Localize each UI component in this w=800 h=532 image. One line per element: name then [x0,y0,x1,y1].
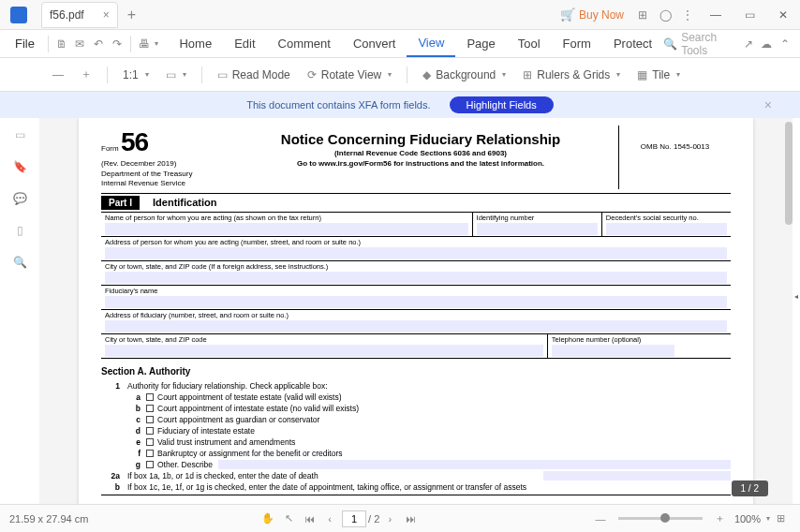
tile-button[interactable]: ▦Tile▾ [631,62,686,88]
idnum-label: Identifying number [477,214,598,222]
idnum-input[interactable] [477,223,598,235]
buy-now-link[interactable]: 🛒 Buy Now [560,7,624,22]
document-viewport[interactable]: Form 56 (Rev. December 2019) Department … [39,118,793,504]
zoom-out-button[interactable]: — [47,62,69,88]
cloud-icon[interactable]: ☁ [758,33,777,55]
scrollbar-thumb[interactable] [785,122,793,225]
new-tab-button[interactable]: + [124,7,140,23]
mail-icon[interactable]: ✉ [71,33,90,55]
city-label: City or town, state, and ZIP code (If a … [105,262,727,271]
checkbox-1a[interactable] [146,393,154,401]
rulers-grids-button[interactable]: ⊞Rulers & Grids▾ [517,62,626,88]
menu-page[interactable]: Page [455,31,506,57]
address-input[interactable] [105,247,727,259]
zoom-percent: 100% [734,513,761,525]
collapse-icon[interactable]: ⌃ [776,33,794,55]
first-page-icon[interactable]: ⏮ [299,509,319,529]
print-icon[interactable]: 🖶 [135,33,154,55]
menu-form[interactable]: Form [552,31,602,57]
menu-convert[interactable]: Convert [342,31,407,57]
ssn-input[interactable] [606,223,727,235]
tile-icon: ▦ [637,68,647,81]
user-icon[interactable]: ◯ [654,4,676,26]
checkbox-1b[interactable] [146,405,154,412]
file-menu[interactable]: File [6,37,44,51]
phone-input[interactable] [552,345,674,357]
form-label: Form [101,144,119,153]
checkbox-1c[interactable] [146,416,154,423]
xfa-close-icon[interactable]: × [764,97,772,112]
status-bar: 21.59 x 27.94 cm ✋ ↖ ⏮ ‹ / 2 › ⏭ — ＋ 100… [0,504,800,532]
redo-icon[interactable]: ↷ [108,33,126,55]
checkbox-1g[interactable] [146,461,154,468]
ssn-label: Decedent's social security no. [606,214,727,222]
date-of-death-input[interactable] [543,471,731,480]
menu-view[interactable]: View [407,31,455,57]
zoom-slider-thumb[interactable] [660,513,670,523]
identification-heading: Identification [153,197,216,208]
share-icon[interactable]: ↗ [739,33,758,55]
name-label: Name of person for whom you are acting (… [105,214,468,222]
fid-city-input[interactable] [105,345,543,357]
phone-label: Telephone number (optional) [552,335,727,344]
fit-page-icon[interactable]: ⊞ [770,509,791,529]
zoom-in-button[interactable]: ＋ [75,62,97,88]
zoom-slider[interactable] [618,517,703,520]
fid-addr-input[interactable] [105,320,727,332]
menu-comment[interactable]: Comment [267,31,342,57]
select-tool-icon[interactable]: ↖ [278,509,299,529]
checkbox-1f[interactable] [146,450,154,457]
menu-tool[interactable]: Tool [507,31,552,57]
sidebar: ▭ 🔖 💬 ▯ 🔍 [0,118,39,504]
dept-treasury: Department of the Treasury [101,170,192,178]
fid-city-label: City or town, state, and ZIP code [105,335,543,344]
kebab-menu-icon[interactable]: ⋮ [676,4,699,26]
menu-home[interactable]: Home [168,31,223,57]
hand-tool-icon[interactable]: ✋ [258,509,278,529]
prev-page-icon[interactable]: ‹ [319,509,340,529]
save-icon[interactable]: 🗎 [52,33,71,55]
close-window-button[interactable]: ✕ [766,0,800,30]
menu-protect[interactable]: Protect [602,31,663,57]
gift-icon[interactable]: ⊞ [631,4,654,26]
fid-addr-label: Address of fiduciary (number, street, an… [105,311,727,319]
search-panel-icon[interactable]: 🔍 [10,253,29,272]
last-page-icon[interactable]: ⏭ [400,509,421,529]
checkbox-1e[interactable] [146,438,154,446]
zoom-out-status-icon[interactable]: — [590,509,611,529]
section-a-heading: Section A. Authority [101,366,731,377]
search-tools[interactable]: 🔍 Search Tools [663,31,732,57]
xfa-message: This document contains XFA form fields. [246,99,430,111]
background-button[interactable]: ◆Background▾ [417,62,511,88]
fid-name-input[interactable] [105,296,727,308]
comments-icon[interactable]: 💬 [10,189,29,208]
fit-mode-button[interactable]: 1:1▾ [117,62,155,88]
city-input[interactable] [105,272,727,284]
menu-edit[interactable]: Edit [223,31,266,57]
minimize-button[interactable]: — [699,0,733,30]
bookmarks-icon[interactable]: 🔖 [10,157,29,176]
next-page-icon[interactable]: › [379,509,400,529]
name-input[interactable] [105,223,468,235]
highlight-fields-button[interactable]: Highlight Fields [450,96,554,113]
document-tab[interactable]: f56.pdf × [41,2,118,28]
undo-icon[interactable]: ↶ [89,33,108,55]
page-layout-button[interactable]: ▭▾ [160,62,192,88]
page-number-input[interactable] [342,510,366,527]
form-number: 56 [121,127,148,156]
other-describe-input[interactable] [218,460,731,469]
part1-badge: Part I [101,196,140,210]
zoom-in-status-icon[interactable]: ＋ [710,509,731,529]
print-caret-icon[interactable]: ▾ [155,39,158,48]
read-mode-button[interactable]: ▭Read Mode [212,62,296,88]
background-icon: ◆ [422,68,431,81]
rotate-view-button[interactable]: ⟳Rotate View▾ [302,62,397,88]
checkbox-1d[interactable] [146,427,154,435]
right-panel-expand-icon[interactable]: ◂ [794,292,798,301]
tab-title: f56.pdf [50,8,84,22]
thumbnails-icon[interactable]: ▭ [10,126,29,144]
maximize-button[interactable]: ▭ [733,0,766,30]
attachments-icon[interactable]: ▯ [10,221,29,240]
fid-name-label: Fiduciary's name [105,287,727,295]
tab-close-icon[interactable]: × [103,8,110,22]
